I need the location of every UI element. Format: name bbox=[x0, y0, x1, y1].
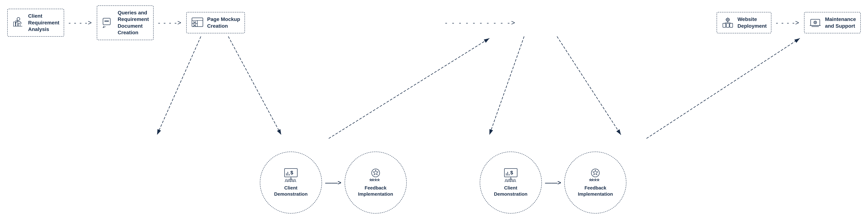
svg-line-26 bbox=[726, 21, 727, 21]
client-demo-label-1: Client Demonstration bbox=[274, 185, 308, 197]
long-arrow-1: - - - - - - - - - -> bbox=[245, 19, 717, 27]
svg-point-0 bbox=[17, 17, 20, 21]
bottom-row: $ bbox=[0, 152, 868, 214]
svg-line-72 bbox=[228, 36, 281, 135]
svg-rect-3 bbox=[18, 23, 20, 26]
svg-point-36 bbox=[814, 21, 816, 24]
svg-point-6 bbox=[105, 21, 106, 22]
feedback-impl-circle-1: Feedback Implementation bbox=[345, 152, 407, 214]
svg-point-55 bbox=[291, 179, 293, 181]
svg-line-74 bbox=[489, 36, 524, 135]
svg-point-17 bbox=[726, 18, 729, 21]
svg-line-44 bbox=[816, 21, 817, 21]
svg-text:$: $ bbox=[510, 170, 513, 176]
svg-line-32 bbox=[728, 22, 731, 23]
arrow-3: - - - -> bbox=[771, 19, 804, 27]
svg-line-23 bbox=[726, 19, 727, 19]
presentation-icon-1: $ bbox=[283, 168, 299, 182]
svg-line-76 bbox=[647, 38, 800, 139]
page-mockup-box: Page Mockup Creation bbox=[186, 12, 245, 33]
svg-point-7 bbox=[106, 21, 107, 22]
feedback-impl-label-1: Feedback Implementation bbox=[358, 185, 393, 197]
feedback-impl-circle-2: Feedback Implementation bbox=[564, 152, 626, 214]
circle-group-2: $ C bbox=[480, 152, 627, 214]
svg-line-25 bbox=[729, 19, 730, 19]
svg-point-68 bbox=[514, 179, 515, 181]
svg-point-8 bbox=[107, 21, 108, 22]
feedback-impl-label-2: Feedback Implementation bbox=[578, 185, 613, 197]
website-deployment-label: Website Deployment bbox=[737, 16, 767, 29]
client-requirement-label: Client Requirement Analysis bbox=[28, 13, 59, 33]
top-row: Client Requirement Analysis - - - -> Que… bbox=[7, 5, 861, 40]
stars-icon-2 bbox=[587, 168, 603, 182]
laptop-gear-icon bbox=[809, 16, 822, 29]
client-demo-circle-2: $ C bbox=[480, 152, 542, 214]
page-mockup-label: Page Mockup Creation bbox=[207, 16, 240, 29]
svg-point-65 bbox=[505, 179, 507, 181]
chat-doc-icon bbox=[101, 16, 114, 29]
svg-line-73 bbox=[329, 38, 489, 139]
circle-arrow-2: ——> bbox=[542, 179, 564, 186]
svg-point-67 bbox=[511, 179, 513, 181]
svg-rect-33 bbox=[811, 19, 820, 26]
presentation-icon-2: $ bbox=[503, 168, 519, 182]
client-requirement-box: Client Requirement Analysis bbox=[7, 9, 64, 37]
client-demo-circle-1: $ bbox=[260, 152, 322, 214]
arrow-2: - - - -> bbox=[154, 19, 186, 27]
queries-requirement-box: Queries and Requirement Document Creatio… bbox=[97, 5, 154, 40]
svg-rect-2 bbox=[16, 21, 18, 26]
maintenance-support-label: Maintenance and Support bbox=[825, 16, 856, 29]
svg-text:$: $ bbox=[290, 170, 293, 176]
svg-line-75 bbox=[557, 36, 621, 135]
svg-point-53 bbox=[285, 179, 287, 181]
svg-line-43 bbox=[816, 23, 817, 24]
svg-line-30 bbox=[724, 22, 728, 23]
gear-boxes-icon bbox=[721, 16, 734, 29]
arrow-1: - - - -> bbox=[64, 19, 97, 27]
svg-point-66 bbox=[508, 179, 510, 181]
svg-rect-29 bbox=[730, 23, 733, 27]
svg-rect-28 bbox=[726, 23, 729, 27]
queries-requirement-label: Queries and Requirement Document Creatio… bbox=[118, 9, 149, 36]
svg-point-56 bbox=[293, 179, 296, 181]
stars-icon-1 bbox=[367, 168, 384, 182]
bar-chart-icon bbox=[12, 16, 25, 29]
circle-group-1: $ bbox=[260, 152, 407, 214]
client-demo-label-2: Client Demonstration bbox=[494, 185, 527, 197]
diagram-container: Client Requirement Analysis - - - -> Que… bbox=[0, 0, 868, 219]
website-deployment-box: Website Deployment bbox=[717, 12, 771, 33]
svg-line-24 bbox=[729, 21, 730, 21]
maintenance-support-box: Maintenance and Support bbox=[804, 12, 861, 33]
svg-line-42 bbox=[814, 21, 814, 21]
circle-arrow-1: ——> bbox=[322, 179, 345, 186]
svg-line-45 bbox=[814, 23, 814, 24]
svg-point-18 bbox=[727, 19, 728, 20]
svg-line-71 bbox=[157, 36, 201, 135]
svg-rect-1 bbox=[13, 22, 16, 26]
mockup-icon bbox=[191, 16, 204, 29]
svg-point-54 bbox=[288, 179, 290, 181]
svg-point-37 bbox=[815, 22, 816, 23]
svg-rect-27 bbox=[723, 23, 726, 27]
